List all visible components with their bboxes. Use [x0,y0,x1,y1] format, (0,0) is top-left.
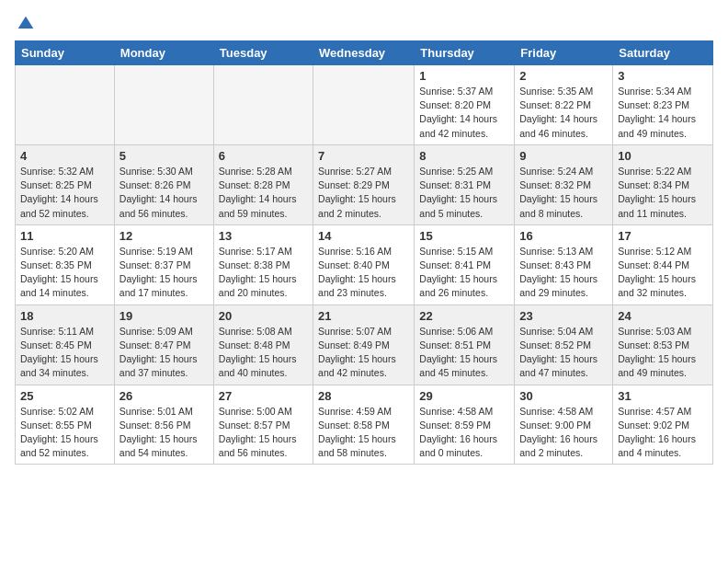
calendar-header-row: SundayMondayTuesdayWednesdayThursdayFrid… [16,41,713,65]
day-number: 28 [318,389,409,403]
calendar-cell: 28Sunrise: 4:59 AM Sunset: 8:58 PM Dayli… [313,385,415,465]
logo [15,15,35,33]
calendar-cell: 2Sunrise: 5:35 AM Sunset: 8:22 PM Daylig… [515,65,613,145]
calendar-cell: 4Sunrise: 5:32 AM Sunset: 8:25 PM Daylig… [16,144,115,224]
day-header-friday: Friday [515,41,613,65]
calendar-week-row: 18Sunrise: 5:11 AM Sunset: 8:45 PM Dayli… [16,304,713,385]
day-info: Sunrise: 5:08 AM Sunset: 8:48 PM Dayligh… [219,325,308,381]
day-info: Sunrise: 5:34 AM Sunset: 8:23 PM Dayligh… [618,85,708,141]
day-number: 6 [219,149,308,163]
calendar-cell: 25Sunrise: 5:02 AM Sunset: 8:55 PM Dayli… [16,385,115,465]
calendar-week-row: 11Sunrise: 5:20 AM Sunset: 8:35 PM Dayli… [16,224,713,304]
day-number: 16 [519,229,608,243]
day-number: 10 [618,149,708,163]
calendar-cell: 10Sunrise: 5:22 AM Sunset: 8:34 PM Dayli… [613,144,713,224]
calendar-cell: 27Sunrise: 5:00 AM Sunset: 8:57 PM Dayli… [213,385,313,465]
day-info: Sunrise: 5:32 AM Sunset: 8:25 PM Dayligh… [20,165,109,221]
calendar-cell: 5Sunrise: 5:30 AM Sunset: 8:26 PM Daylig… [114,144,213,224]
day-info: Sunrise: 5:02 AM Sunset: 8:55 PM Dayligh… [20,405,109,461]
calendar-cell: 16Sunrise: 5:13 AM Sunset: 8:43 PM Dayli… [515,224,613,304]
day-info: Sunrise: 5:13 AM Sunset: 8:43 PM Dayligh… [519,245,608,301]
day-number: 29 [419,389,509,403]
day-header-tuesday: Tuesday [213,41,313,65]
day-number: 11 [20,229,109,243]
calendar-week-row: 4Sunrise: 5:32 AM Sunset: 8:25 PM Daylig… [16,144,713,224]
day-info: Sunrise: 5:09 AM Sunset: 8:47 PM Dayligh… [119,325,209,381]
day-header-saturday: Saturday [613,41,713,65]
day-number: 21 [318,309,409,323]
calendar-cell: 12Sunrise: 5:19 AM Sunset: 8:37 PM Dayli… [114,224,213,304]
day-info: Sunrise: 5:35 AM Sunset: 8:22 PM Dayligh… [519,85,608,141]
day-info: Sunrise: 5:17 AM Sunset: 8:38 PM Dayligh… [219,245,308,301]
calendar-cell [313,65,415,145]
calendar-cell: 22Sunrise: 5:06 AM Sunset: 8:51 PM Dayli… [415,304,515,385]
day-number: 3 [618,69,708,83]
day-info: Sunrise: 5:19 AM Sunset: 8:37 PM Dayligh… [119,245,209,301]
day-number: 14 [318,229,409,243]
page-header [15,15,713,33]
day-info: Sunrise: 5:24 AM Sunset: 8:32 PM Dayligh… [519,165,608,221]
day-info: Sunrise: 4:58 AM Sunset: 9:00 PM Dayligh… [519,405,608,461]
calendar-cell: 20Sunrise: 5:08 AM Sunset: 8:48 PM Dayli… [213,304,313,385]
day-number: 18 [20,309,109,323]
day-info: Sunrise: 4:57 AM Sunset: 9:02 PM Dayligh… [618,405,708,461]
calendar-cell: 7Sunrise: 5:27 AM Sunset: 8:29 PM Daylig… [313,144,415,224]
day-number: 13 [219,229,308,243]
calendar-cell [114,65,213,145]
calendar-cell: 29Sunrise: 4:58 AM Sunset: 8:59 PM Dayli… [415,385,515,465]
day-info: Sunrise: 5:28 AM Sunset: 8:28 PM Dayligh… [219,165,308,221]
calendar-cell: 6Sunrise: 5:28 AM Sunset: 8:28 PM Daylig… [213,144,313,224]
calendar-cell: 13Sunrise: 5:17 AM Sunset: 8:38 PM Dayli… [213,224,313,304]
day-info: Sunrise: 5:12 AM Sunset: 8:44 PM Dayligh… [618,245,708,301]
day-number: 27 [219,389,308,403]
day-number: 23 [519,309,608,323]
calendar-cell: 8Sunrise: 5:25 AM Sunset: 8:31 PM Daylig… [415,144,515,224]
day-info: Sunrise: 5:30 AM Sunset: 8:26 PM Dayligh… [119,165,209,221]
day-info: Sunrise: 5:07 AM Sunset: 8:49 PM Dayligh… [318,325,409,381]
calendar-table: SundayMondayTuesdayWednesdayThursdayFrid… [15,40,713,465]
calendar-cell: 18Sunrise: 5:11 AM Sunset: 8:45 PM Dayli… [16,304,115,385]
day-number: 30 [519,389,608,403]
calendar-cell: 9Sunrise: 5:24 AM Sunset: 8:32 PM Daylig… [515,144,613,224]
calendar-cell: 11Sunrise: 5:20 AM Sunset: 8:35 PM Dayli… [16,224,115,304]
calendar-week-row: 25Sunrise: 5:02 AM Sunset: 8:55 PM Dayli… [16,385,713,465]
day-info: Sunrise: 5:04 AM Sunset: 8:52 PM Dayligh… [519,325,608,381]
calendar-cell: 15Sunrise: 5:15 AM Sunset: 8:41 PM Dayli… [415,224,515,304]
calendar-cell: 24Sunrise: 5:03 AM Sunset: 8:53 PM Dayli… [613,304,713,385]
day-number: 2 [519,69,608,83]
logo-icon [17,15,35,33]
calendar-cell: 21Sunrise: 5:07 AM Sunset: 8:49 PM Dayli… [313,304,415,385]
day-number: 9 [519,149,608,163]
day-info: Sunrise: 5:15 AM Sunset: 8:41 PM Dayligh… [419,245,509,301]
calendar-cell: 23Sunrise: 5:04 AM Sunset: 8:52 PM Dayli… [515,304,613,385]
calendar-cell: 31Sunrise: 4:57 AM Sunset: 9:02 PM Dayli… [613,385,713,465]
calendar-cell [213,65,313,145]
calendar-cell: 17Sunrise: 5:12 AM Sunset: 8:44 PM Dayli… [613,224,713,304]
day-info: Sunrise: 5:16 AM Sunset: 8:40 PM Dayligh… [318,245,409,301]
calendar-cell: 30Sunrise: 4:58 AM Sunset: 9:00 PM Dayli… [515,385,613,465]
calendar-cell [16,65,115,145]
day-info: Sunrise: 5:00 AM Sunset: 8:57 PM Dayligh… [219,405,308,461]
day-info: Sunrise: 5:01 AM Sunset: 8:56 PM Dayligh… [119,405,209,461]
calendar-cell: 19Sunrise: 5:09 AM Sunset: 8:47 PM Dayli… [114,304,213,385]
calendar-cell: 1Sunrise: 5:37 AM Sunset: 8:20 PM Daylig… [415,65,515,145]
day-number: 1 [419,69,509,83]
day-info: Sunrise: 4:59 AM Sunset: 8:58 PM Dayligh… [318,405,409,461]
day-info: Sunrise: 5:37 AM Sunset: 8:20 PM Dayligh… [419,85,509,141]
day-header-thursday: Thursday [415,41,515,65]
day-number: 22 [419,309,509,323]
day-number: 31 [618,389,708,403]
day-info: Sunrise: 5:22 AM Sunset: 8:34 PM Dayligh… [618,165,708,221]
day-info: Sunrise: 5:27 AM Sunset: 8:29 PM Dayligh… [318,165,409,221]
day-info: Sunrise: 5:25 AM Sunset: 8:31 PM Dayligh… [419,165,509,221]
day-number: 7 [318,149,409,163]
day-info: Sunrise: 5:06 AM Sunset: 8:51 PM Dayligh… [419,325,509,381]
calendar-cell: 3Sunrise: 5:34 AM Sunset: 8:23 PM Daylig… [613,65,713,145]
day-number: 5 [119,149,209,163]
day-number: 20 [219,309,308,323]
day-info: Sunrise: 5:20 AM Sunset: 8:35 PM Dayligh… [20,245,109,301]
day-header-wednesday: Wednesday [313,41,415,65]
day-number: 19 [119,309,209,323]
day-number: 17 [618,229,708,243]
day-number: 24 [618,309,708,323]
